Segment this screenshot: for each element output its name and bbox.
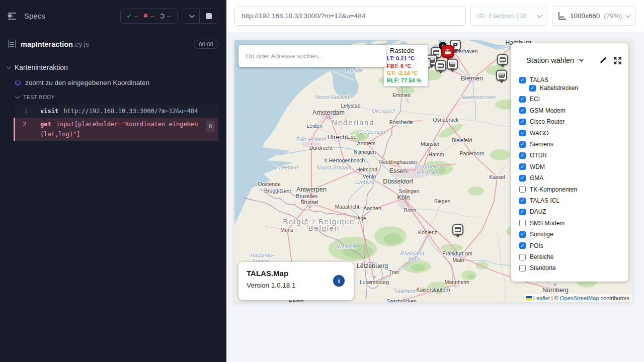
- command-log: 1 visithttp://192.168.10.33:3000/?m=12&u…: [15, 105, 218, 141]
- checkbox[interactable]: ✓: [519, 96, 526, 103]
- yield-count-badge: 0: [206, 121, 215, 132]
- leaflet-link[interactable]: Leaflet: [533, 295, 550, 301]
- map-search-box: [238, 45, 386, 67]
- filter-item-standorte[interactable]: Standorte: [519, 264, 556, 272]
- checkbox[interactable]: ✓: [519, 175, 526, 182]
- filter-item-sms-modem[interactable]: SMS Modem: [519, 220, 565, 227]
- suite-karteninteraktion[interactable]: Karteninteraktion: [0, 56, 226, 74]
- filter-item-wdm[interactable]: ✓WDM: [519, 163, 545, 170]
- map-canvas[interactable]: HamburgBremerhavenBremenNiedersachsenEmm…: [234, 40, 632, 302]
- specs-menu-icon[interactable]: [8, 13, 18, 20]
- checkbox[interactable]: ✓: [519, 107, 526, 114]
- filter-item-kabelstrecken[interactable]: ✓Kabelstrecken: [529, 84, 578, 92]
- stat-failed: ✖--: [143, 13, 154, 20]
- browser-select[interactable]: Electron 118: [470, 7, 547, 26]
- station-rack-icon: [500, 57, 506, 62]
- filter-item-pois[interactable]: ✓POIs: [519, 242, 543, 249]
- checkbox[interactable]: ✓: [519, 209, 526, 215]
- station-rack-icon: [455, 227, 461, 232]
- stop-icon: [206, 13, 212, 19]
- map-attribution: Leaflet | © OpenStreetMap contributors: [524, 294, 632, 302]
- stat-passed: ✓--: [127, 13, 138, 20]
- filter-item-gsm-modem[interactable]: ✓GSM Modem: [519, 107, 566, 114]
- checkbox[interactable]: [519, 220, 526, 226]
- osm-link[interactable]: OpenStreetMap: [560, 295, 599, 301]
- checkbox[interactable]: ✓: [519, 77, 526, 83]
- filter-item-gma[interactable]: ✓GMA: [519, 174, 543, 182]
- test-title: zoomt zu den eingegebenen Koordinaten: [25, 79, 149, 86]
- cypress-sidebar: Specs ✓-- ✖-- -- mapInteraction.cy.js 00…: [0, 0, 226, 362]
- checkbox[interactable]: ✓: [519, 242, 526, 249]
- aut-panel: Electron 118 1000x660 (79%): [226, 0, 644, 362]
- filter-item-talas[interactable]: ✓TALAS: [519, 76, 548, 83]
- filter-item-sonstige[interactable]: ✓Sonstige: [519, 231, 553, 238]
- app-version: Version 1.0.18.1: [247, 282, 346, 289]
- router-alarm-icon: [444, 48, 452, 55]
- suite-title: Karteninteraktion: [15, 63, 68, 71]
- search-input[interactable]: [238, 52, 386, 60]
- collapse-all-button[interactable]: [183, 9, 199, 23]
- test-stats: ✓-- ✖-- --: [120, 9, 178, 24]
- station-rack-icon: [438, 63, 444, 68]
- station-marker[interactable]: [452, 224, 463, 235]
- chevron-down-icon: [7, 64, 12, 69]
- checkbox[interactable]: ✓: [529, 85, 536, 92]
- test-body-label: TEST BODY: [23, 94, 55, 100]
- filter-item-wago[interactable]: ✓WAGO: [519, 130, 549, 137]
- checkbox[interactable]: ✓: [519, 130, 526, 136]
- tooltip-row: LT: 0.21 °C: [387, 55, 428, 62]
- test-body-toggle[interactable]: TEST BODY: [0, 89, 226, 104]
- test-zoomt-zu-koordinaten[interactable]: zoomt zu den eingegebenen Koordinaten: [0, 74, 226, 89]
- spec-duration-badge: 00:08: [194, 40, 218, 49]
- checkbox[interactable]: ✓: [519, 163, 526, 170]
- checkbox[interactable]: [519, 254, 526, 260]
- filter-item-tk-komponenten[interactable]: TK-Komponenten: [519, 186, 577, 193]
- filter-item-cisco-router[interactable]: ✓Cisco Router: [519, 118, 565, 125]
- checkbox[interactable]: ✓: [519, 198, 526, 204]
- filter-item-bereiche[interactable]: Bereiche: [519, 253, 553, 260]
- check-icon: ✓: [127, 13, 132, 20]
- run-controls: [183, 9, 218, 24]
- stat-running: --: [159, 13, 171, 20]
- station-marker[interactable]: [497, 54, 508, 65]
- filter-item-dauz[interactable]: ✓DAUZ: [519, 208, 546, 215]
- stop-button[interactable]: [199, 9, 218, 23]
- about-card: TALAS.Map Version 1.0.18.1 i: [238, 262, 354, 300]
- command-visit[interactable]: 1 visithttp://192.168.10.33:3000/?m=12&u…: [15, 105, 218, 118]
- checkbox[interactable]: [519, 186, 526, 193]
- chevron-down-icon: [626, 13, 631, 18]
- aut-viewport: HamburgBremerhavenBremenNiedersachsenEmm…: [234, 40, 632, 302]
- filter-item-siemens[interactable]: ✓Siemens: [519, 141, 553, 148]
- info-icon[interactable]: i: [333, 275, 345, 287]
- viewport-select[interactable]: 1000x660 (79%): [552, 7, 636, 26]
- url-input[interactable]: [234, 7, 466, 26]
- tooltip-row: GT: -2.14 °C: [387, 69, 428, 77]
- file-icon: [8, 40, 16, 48]
- spec-file-row[interactable]: mapInteraction.cy.js 00:08: [0, 32, 226, 56]
- running-icon: [159, 14, 165, 19]
- electron-icon: [477, 12, 485, 20]
- filter-item-otdr[interactable]: ✓OTDR: [519, 152, 547, 159]
- station-marker[interactable]: [496, 70, 507, 81]
- station-rack-icon: [499, 73, 505, 78]
- tooltip-row: FBT: 6 °C: [387, 62, 428, 70]
- filter-item-eci[interactable]: ✓ECI: [519, 96, 540, 103]
- alarm-marker[interactable]: [442, 45, 454, 58]
- aut-stage: HamburgBremerhavenBremenNiedersachsenEmm…: [226, 32, 644, 362]
- chevron-down-icon: [15, 94, 20, 99]
- spec-file-name: mapInteraction.cy.js: [21, 40, 194, 48]
- filter-item-talas-icl[interactable]: ✓TALAS ICL: [519, 197, 559, 204]
- checkbox[interactable]: ✓: [519, 119, 526, 125]
- ukraine-flag-icon: [526, 296, 532, 300]
- x-icon: ✖: [143, 13, 148, 19]
- checkbox[interactable]: ✓: [519, 152, 526, 159]
- station-filter-panel: Station wählen ✓TALAS✓Kabelstrecken✓ECI✓…: [511, 43, 628, 282]
- checkbox[interactable]: [519, 265, 526, 272]
- checkbox[interactable]: ✓: [519, 231, 526, 238]
- command-get[interactable]: 2 getinput[placeholder="Koordinaten eing…: [14, 118, 218, 141]
- checkbox[interactable]: ✓: [519, 141, 526, 148]
- tooltip-title: Rastede: [390, 47, 428, 54]
- station-tooltip: Rastede LT: 0.21 °CFBT: 6 °CGT: -2.14 °C…: [383, 44, 428, 86]
- test-running-spinner-icon: [15, 80, 21, 85]
- chevron-down-icon: [537, 12, 542, 18]
